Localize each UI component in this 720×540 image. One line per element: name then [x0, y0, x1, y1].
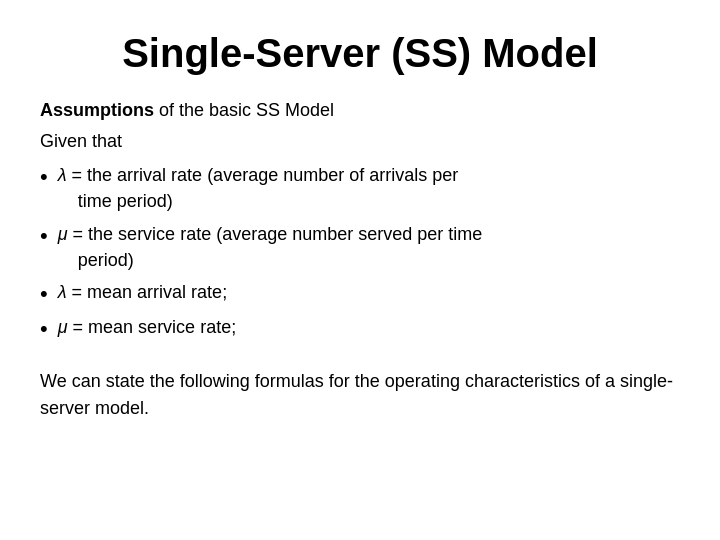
bullet-symbol: λ	[58, 282, 67, 302]
assumptions-rest: of the basic SS Model	[154, 100, 334, 120]
bullet-desc: = mean service rate;	[68, 317, 237, 337]
bullet-dot: •	[40, 279, 48, 309]
bullet-dot: •	[40, 314, 48, 344]
bullet-desc: = mean arrival rate;	[67, 282, 228, 302]
bullet-dot: •	[40, 162, 48, 192]
conclusion-text: We can state the following formulas for …	[40, 368, 680, 422]
given-that-text: Given that	[40, 129, 680, 154]
bullet-symbol: μ	[58, 317, 68, 337]
bullet-desc: = the arrival rate (average number of ar…	[67, 165, 459, 185]
bullet-symbol: λ	[58, 165, 67, 185]
slide-title: Single-Server (SS) Model	[40, 30, 680, 76]
slide: Single-Server (SS) Model Assumptions of …	[0, 0, 720, 540]
bullet-indent: time period)	[58, 188, 680, 214]
bullet-list: • λ = the arrival rate (average number o…	[40, 162, 680, 344]
assumptions-bold: Assumptions	[40, 100, 154, 120]
bullet-text: μ = the service rate (average number ser…	[58, 221, 680, 273]
list-item: • μ = mean service rate;	[40, 314, 680, 344]
bullet-symbol: μ	[58, 224, 68, 244]
list-item: • μ = the service rate (average number s…	[40, 221, 680, 273]
bullet-dot: •	[40, 221, 48, 251]
bullet-indent: period)	[58, 247, 680, 273]
bullet-text: λ = the arrival rate (average number of …	[58, 162, 680, 214]
assumptions-heading: Assumptions of the basic SS Model	[40, 98, 680, 123]
bullet-text: μ = mean service rate;	[58, 314, 680, 340]
bullet-text: λ = mean arrival rate;	[58, 279, 680, 305]
bullet-desc: = the service rate (average number serve…	[68, 224, 483, 244]
list-item: • λ = the arrival rate (average number o…	[40, 162, 680, 214]
list-item: • λ = mean arrival rate;	[40, 279, 680, 309]
